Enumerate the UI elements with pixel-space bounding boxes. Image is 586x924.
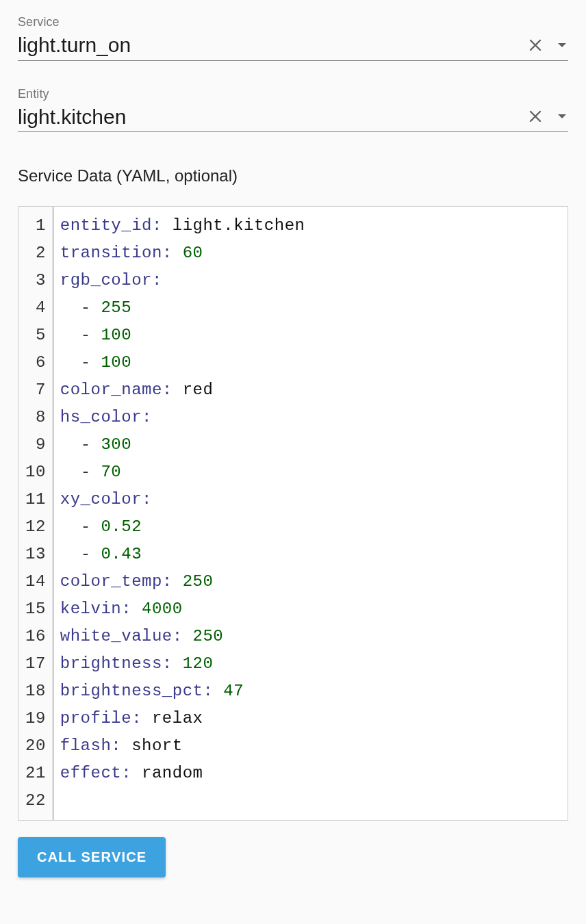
line-number: 15	[25, 595, 49, 623]
entity-label: Entity	[18, 87, 527, 101]
code-line[interactable]: white_value: 250	[60, 623, 561, 650]
clear-icon[interactable]	[527, 37, 544, 53]
code-line[interactable]: color_temp: 250	[60, 568, 561, 595]
code-line[interactable]: kelvin: 4000	[60, 595, 561, 623]
line-number: 9	[25, 431, 49, 459]
code-line[interactable]: - 70	[60, 459, 561, 486]
code-line[interactable]: - 255	[60, 294, 561, 322]
service-data-label: Service Data (YAML, optional)	[18, 166, 568, 185]
entity-field: Entity	[18, 87, 568, 133]
code-line[interactable]: profile: relax	[60, 705, 561, 732]
line-number: 2	[25, 240, 49, 267]
line-number: 10	[25, 459, 49, 486]
code-line[interactable]: - 100	[60, 349, 561, 376]
line-number: 14	[25, 568, 49, 595]
line-number: 12	[25, 513, 49, 541]
code-line[interactable]: entity_id: light.kitchen	[60, 212, 561, 240]
line-number: 8	[25, 404, 49, 431]
line-number: 13	[25, 541, 49, 568]
code-line[interactable]: brightness_pct: 47	[60, 678, 561, 705]
line-number: 4	[25, 294, 49, 322]
line-number: 16	[25, 623, 49, 650]
code-line[interactable]: - 300	[60, 431, 561, 459]
line-number: 20	[25, 732, 49, 760]
line-number: 3	[25, 267, 49, 294]
entity-input[interactable]	[18, 105, 527, 129]
service-field: Service	[18, 15, 568, 61]
code-line[interactable]	[60, 787, 561, 814]
dropdown-icon[interactable]	[556, 110, 568, 123]
line-number: 5	[25, 322, 49, 349]
code-line[interactable]: rgb_color:	[60, 267, 561, 294]
yaml-editor[interactable]: 12345678910111213141516171819202122 enti…	[18, 206, 568, 821]
service-label: Service	[18, 15, 527, 29]
call-service-button[interactable]: CALL SERVICE	[18, 837, 166, 877]
code-line[interactable]: effect: random	[60, 760, 561, 787]
line-number: 22	[25, 787, 49, 814]
code-line[interactable]: - 0.52	[60, 513, 561, 541]
code-line[interactable]: transition: 60	[60, 240, 561, 267]
code-line[interactable]: xy_color:	[60, 486, 561, 513]
line-number: 1	[25, 212, 49, 240]
code-line[interactable]: color_name: red	[60, 376, 561, 404]
line-number: 7	[25, 376, 49, 404]
code-line[interactable]: - 0.43	[60, 541, 561, 568]
code-line[interactable]: - 100	[60, 322, 561, 349]
line-number: 21	[25, 760, 49, 787]
code-line[interactable]: hs_color:	[60, 404, 561, 431]
clear-icon[interactable]	[527, 108, 544, 125]
code-line[interactable]: flash: short	[60, 732, 561, 760]
code-body[interactable]: entity_id: light.kitchentransition: 60rg…	[53, 207, 568, 820]
service-input[interactable]	[18, 34, 527, 57]
dropdown-icon[interactable]	[556, 39, 568, 51]
line-number: 6	[25, 349, 49, 376]
line-gutter: 12345678910111213141516171819202122	[18, 207, 53, 820]
line-number: 18	[25, 678, 49, 705]
code-line[interactable]: brightness: 120	[60, 650, 561, 678]
line-number: 17	[25, 650, 49, 678]
line-number: 19	[25, 705, 49, 732]
line-number: 11	[25, 486, 49, 513]
